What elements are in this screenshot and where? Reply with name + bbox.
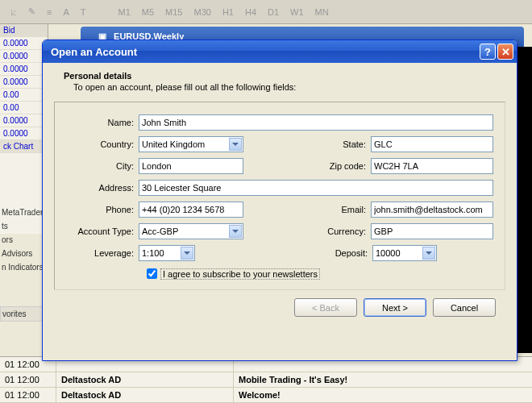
deposit-select[interactable]: 10000 <box>372 245 437 261</box>
account-type-select[interactable]: Acc-GBP <box>139 223 243 239</box>
chevron-down-icon <box>229 225 242 238</box>
chevron-down-icon <box>229 138 242 151</box>
zip-field[interactable] <box>371 158 493 174</box>
bg-terminal-grid: 01 12:00 01 12:00Deltastock ADMobile Tra… <box>0 356 532 403</box>
label-state: State: <box>313 139 371 149</box>
city-field[interactable] <box>139 158 243 174</box>
bg-market-watch: Bid 0.0000 0.0000 0.0000 0.0000 0.00 0.0… <box>0 24 48 234</box>
label-account-type: Account Type: <box>66 226 139 236</box>
open-account-dialog: Open an Account ? ✕ Personal details To … <box>42 39 517 361</box>
close-button[interactable]: ✕ <box>497 44 513 60</box>
bg-navigator: MetaTraderts orsAdvisors n Indicators vo… <box>0 206 48 322</box>
label-email: Email: <box>313 205 371 214</box>
label-leverage: Leverage: <box>66 248 139 258</box>
label-zip: Zip code: <box>313 161 371 171</box>
leverage-select[interactable]: 1:100 <box>139 245 195 261</box>
label-deposit: Deposit: <box>314 248 372 258</box>
section-title: Personal details <box>64 71 505 81</box>
cancel-button[interactable]: Cancel <box>433 298 496 317</box>
state-field[interactable] <box>371 136 493 152</box>
bg-toolbar: ⟀✎≡AT M1M5 M15M30 H1H4 D1W1 MN <box>0 0 532 24</box>
form-panel: Name: Country: United Kingdom State: Cit… <box>54 102 505 290</box>
address-field[interactable] <box>139 180 493 196</box>
newsletter-checkbox[interactable] <box>147 268 157 279</box>
country-select[interactable]: United Kingdom <box>139 136 243 152</box>
name-field[interactable] <box>139 114 493 131</box>
currency-field[interactable] <box>371 223 493 239</box>
email-field[interactable] <box>371 202 493 218</box>
label-name: Name: <box>66 118 139 127</box>
section-subtitle: To open an account, please fill out all … <box>73 82 505 92</box>
label-country: Country: <box>66 139 139 149</box>
next-button[interactable]: Next > <box>364 298 426 317</box>
dialog-title: Open an Account <box>51 46 478 58</box>
back-button: < Back <box>294 298 357 317</box>
chevron-down-icon <box>422 247 435 260</box>
chevron-down-icon <box>181 247 193 260</box>
label-address: Address: <box>66 183 139 193</box>
dialog-titlebar[interactable]: Open an Account ? ✕ <box>43 40 517 63</box>
help-button[interactable]: ? <box>480 44 496 60</box>
label-currency: Currency: <box>313 226 371 236</box>
phone-field[interactable] <box>139 202 243 218</box>
label-city: City: <box>66 161 139 171</box>
newsletter-label[interactable]: I agree to subscribe to your newsletters <box>160 268 320 280</box>
label-phone: Phone: <box>66 205 139 214</box>
